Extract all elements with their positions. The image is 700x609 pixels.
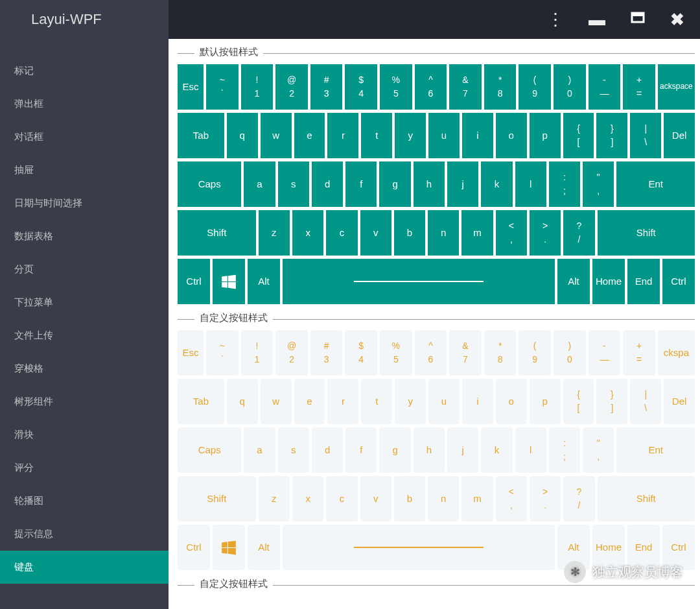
key-alt[interactable]: Alt bbox=[248, 525, 280, 570]
key-4[interactable]: $4 bbox=[345, 330, 377, 376]
key-del[interactable]: Del bbox=[664, 113, 695, 158]
key-\[interactable]: |\ bbox=[630, 113, 661, 158]
key-ctrl[interactable]: Ctrl bbox=[178, 259, 210, 304]
key-ctrl[interactable]: Ctrl bbox=[662, 259, 695, 304]
key-esc[interactable]: Esc bbox=[178, 64, 204, 110]
key-.[interactable]: >. bbox=[530, 210, 561, 256]
key-f[interactable]: f bbox=[345, 161, 377, 207]
key-,[interactable]: ", bbox=[583, 427, 614, 473]
key-h[interactable]: h bbox=[414, 427, 445, 473]
key-,[interactable]: ", bbox=[583, 161, 614, 207]
key-.[interactable]: >. bbox=[530, 476, 561, 521]
key-;[interactable]: :; bbox=[549, 161, 580, 207]
key-5[interactable]: %5 bbox=[380, 330, 412, 376]
key-c[interactable]: c bbox=[326, 476, 357, 521]
key-2[interactable]: @2 bbox=[275, 330, 308, 376]
key-t[interactable]: t bbox=[361, 113, 392, 158]
key-u[interactable]: u bbox=[428, 113, 460, 158]
key-t[interactable]: t bbox=[361, 379, 392, 424]
key-s[interactable]: s bbox=[278, 427, 309, 473]
sidebar-item-tag[interactable]: 标记 bbox=[0, 54, 169, 88]
key-alt[interactable]: Alt bbox=[248, 259, 280, 304]
key-y[interactable]: y bbox=[395, 379, 426, 424]
key-j[interactable]: j bbox=[447, 427, 478, 473]
key-backspace[interactable]: ackspace bbox=[658, 64, 695, 110]
minimize-icon[interactable]: ▬ bbox=[589, 10, 605, 30]
sidebar-item-rate[interactable]: 评分 bbox=[0, 451, 169, 484]
sidebar-item-dropdown[interactable]: 下拉菜单 bbox=[0, 286, 169, 319]
key-—[interactable]: -— bbox=[589, 330, 621, 376]
key-shift[interactable]: Shift bbox=[178, 476, 256, 521]
close-icon[interactable]: ✖ bbox=[670, 10, 684, 30]
key-shift[interactable]: Shift bbox=[598, 210, 695, 256]
key-tab[interactable]: Tab bbox=[178, 113, 224, 158]
key-/[interactable]: ?/ bbox=[563, 210, 594, 256]
key-i[interactable]: i bbox=[462, 113, 493, 158]
key-d[interactable]: d bbox=[312, 427, 343, 473]
key-k[interactable]: k bbox=[481, 161, 512, 207]
key-m[interactable]: m bbox=[461, 210, 493, 256]
key-=[interactable]: += bbox=[623, 64, 655, 110]
key-caps[interactable]: Caps bbox=[178, 161, 241, 207]
key-o[interactable]: o bbox=[496, 379, 527, 424]
key-[[interactable]: {[ bbox=[563, 113, 594, 158]
key-k[interactable]: k bbox=[481, 427, 512, 473]
key-w[interactable]: w bbox=[261, 113, 292, 158]
key-x[interactable]: x bbox=[292, 210, 323, 256]
key-y[interactable]: y bbox=[395, 113, 426, 158]
key-p[interactable]: p bbox=[530, 113, 561, 158]
key-0[interactable]: )0 bbox=[554, 64, 586, 110]
key-f[interactable]: f bbox=[345, 427, 377, 473]
key-end[interactable]: End bbox=[627, 259, 660, 304]
key-8[interactable]: *8 bbox=[484, 330, 517, 376]
key-q[interactable]: q bbox=[227, 113, 258, 158]
key-3[interactable]: #3 bbox=[310, 64, 343, 110]
key-b[interactable]: b bbox=[394, 210, 425, 256]
key-m[interactable]: m bbox=[461, 476, 493, 521]
key-—[interactable]: -— bbox=[589, 64, 621, 110]
key-backspace[interactable]: ckspa bbox=[658, 330, 695, 376]
key-ent[interactable]: Ent bbox=[616, 427, 695, 473]
key-c[interactable]: c bbox=[326, 210, 357, 256]
key-b[interactable]: b bbox=[394, 476, 425, 521]
key-u[interactable]: u bbox=[428, 379, 460, 424]
sidebar-item-notice[interactable]: 提示信息 bbox=[0, 518, 169, 551]
key-shift[interactable]: Shift bbox=[598, 476, 695, 521]
key-e[interactable]: e bbox=[294, 379, 325, 424]
sidebar-item-popup[interactable]: 弹出框 bbox=[0, 88, 169, 121]
key-,[interactable]: <, bbox=[496, 476, 527, 521]
key-alt[interactable]: Alt bbox=[557, 259, 590, 304]
key-n[interactable]: n bbox=[428, 476, 459, 521]
key-r[interactable]: r bbox=[327, 113, 358, 158]
key-2[interactable]: @2 bbox=[275, 64, 308, 110]
key-9[interactable]: (9 bbox=[519, 64, 551, 110]
key-0[interactable]: )0 bbox=[554, 330, 586, 376]
key-3[interactable]: #3 bbox=[310, 330, 343, 376]
key-p[interactable]: p bbox=[530, 379, 561, 424]
key-w[interactable]: w bbox=[261, 379, 292, 424]
key-i[interactable]: i bbox=[462, 379, 493, 424]
key-=[interactable]: += bbox=[623, 330, 655, 376]
key-space[interactable] bbox=[283, 259, 555, 304]
key-a[interactable]: a bbox=[244, 161, 275, 207]
key-caps[interactable]: Caps bbox=[178, 427, 241, 473]
sidebar-item-carousel[interactable]: 轮播图 bbox=[0, 484, 169, 518]
key-h[interactable]: h bbox=[414, 161, 445, 207]
key-windows-icon[interactable] bbox=[213, 259, 245, 304]
key-g[interactable]: g bbox=[379, 161, 410, 207]
key-][interactable]: }] bbox=[596, 379, 627, 424]
more-icon[interactable]: ⋮ bbox=[547, 10, 564, 30]
key-5[interactable]: %5 bbox=[380, 64, 412, 110]
key-\[interactable]: |\ bbox=[630, 379, 661, 424]
sidebar-item-dialog[interactable]: 对话框 bbox=[0, 121, 169, 154]
maximize-icon[interactable] bbox=[630, 10, 646, 30]
key-n[interactable]: n bbox=[428, 210, 459, 256]
key-][interactable]: }] bbox=[596, 113, 627, 158]
key-8[interactable]: *8 bbox=[484, 64, 517, 110]
key-6[interactable]: ^6 bbox=[415, 64, 447, 110]
key-`[interactable]: ~` bbox=[206, 64, 239, 110]
key-7[interactable]: &7 bbox=[449, 330, 482, 376]
key-v[interactable]: v bbox=[360, 210, 391, 256]
key-x[interactable]: x bbox=[292, 476, 323, 521]
key-ctrl[interactable]: Ctrl bbox=[178, 525, 210, 570]
